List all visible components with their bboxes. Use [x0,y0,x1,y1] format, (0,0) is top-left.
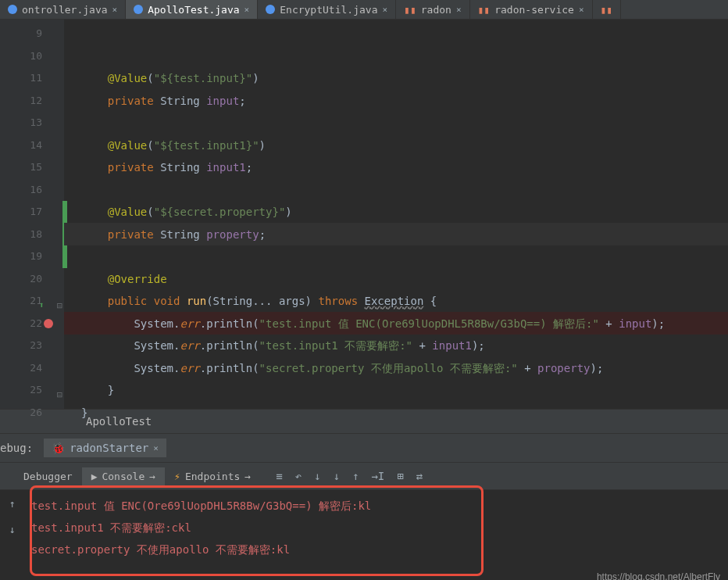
java-icon [8,5,17,14]
java-icon [134,5,143,14]
step-back-icon[interactable]: ↶ [295,470,302,482]
folder-icon: ▮▮ [478,4,491,16]
folder-icon: ▮▮ [601,4,613,16]
line-number[interactable]: 12 [0,90,64,113]
pin-icon[interactable]: → [149,471,155,482]
console-icon: ▶ [91,471,98,482]
line-number[interactable]: 26 [0,402,64,424]
close-icon[interactable]: × [153,443,159,453]
tab-radon-service[interactable]: ▮▮radon-service× [470,0,593,19]
console-output[interactable]: ↑ ↓ test.input 值 ENC(Ore69lUopDHL5R8Bw/G… [0,490,728,580]
debug-toolbar: ebug: 🐞 radonStarter × [0,433,728,463]
line-number[interactable]: 25⊟ [0,379,64,402]
close-icon[interactable]: × [456,5,462,15]
debug-label: ebug: [0,442,33,454]
line-number[interactable]: 16 [0,179,64,202]
close-icon[interactable]: × [244,5,250,15]
gutter[interactable]: 9 10 11 12 13 14 15 16 17 18 19 20 21⬆⊟ … [0,20,64,409]
line-number[interactable]: 19 [0,245,64,268]
console-left-toolbar: ↑ ↓ [9,498,16,535]
tab-console[interactable]: ▶Console→ [82,467,165,485]
tab-debugger[interactable]: Debugger [14,467,82,485]
run-to-cursor-icon[interactable]: →I [371,470,384,482]
console-line: secret.property 不使用apollo 不需要解密:kl [31,539,728,560]
editor-tabs-bar: ontroller.java× ApolloTest.java× Encrypt… [0,0,728,20]
java-icon [266,5,275,14]
tab-more[interactable]: ▮▮ [593,0,622,19]
tool-window-tabs: Debugger ▶Console→ ⚡Endpoints→ ≡ ↶ ↓ ↓ ↑… [0,463,728,490]
tab-controller[interactable]: ontroller.java× [0,0,126,19]
line-number[interactable]: 21⬆⊟ [0,290,64,313]
tab-apollotest[interactable]: ApolloTest.java× [126,0,258,19]
tab-endpoints[interactable]: ⚡Endpoints→ [165,467,260,485]
endpoints-icon: ⚡ [174,471,180,482]
down-icon[interactable]: ↓ [9,524,16,535]
console-line: test.input1 不需要解密:ckl [31,517,728,539]
line-number[interactable]: 20 [0,268,64,291]
watermark: https://blog.csdn.net/AlbertFly [597,571,720,580]
step-over-icon[interactable]: ↓ [314,470,320,482]
line-number[interactable]: 11 [0,67,64,90]
close-icon[interactable]: × [112,5,118,15]
line-number[interactable]: 23 [0,335,64,357]
line-number[interactable]: 13 [0,112,64,134]
line-number[interactable]: 24 [0,357,64,380]
settings-icon[interactable]: ≡ [276,470,282,482]
line-number[interactable]: 10 [0,45,64,68]
line-number[interactable]: 15 [0,156,64,179]
pin-icon[interactable]: → [244,471,251,482]
line-number[interactable]: 22 [0,313,64,335]
console-line: test.input 值 ENC(Ore69lUopDHL5R8Bw/G3bQ=… [31,495,728,517]
line-number[interactable]: 18 [0,224,64,246]
more-icon[interactable]: ⇄ [416,470,423,482]
code-area[interactable]: @Value("${test.input}") private String i… [64,20,728,409]
step-into-icon[interactable]: ↓ [334,470,340,482]
close-icon[interactable]: × [382,5,387,15]
debug-actions: ≡ ↶ ↓ ↓ ↑ →I ⊞ ⇄ [276,470,423,482]
evaluate-icon[interactable]: ⊞ [397,470,403,482]
line-number[interactable]: 14 [0,134,64,157]
line-number[interactable]: 9 [0,23,64,45]
breakpoint-icon[interactable] [44,319,53,328]
debug-configuration[interactable]: 🐞 radonStarter × [44,439,166,457]
line-number[interactable]: 17 [0,201,64,224]
up-icon[interactable]: ↑ [9,498,16,510]
folder-icon: ▮▮ [404,4,416,16]
tab-radon[interactable]: ▮▮radon× [396,0,469,19]
tab-encryptutil[interactable]: EncryptUtil.java× [258,0,396,19]
bug-icon: 🐞 [52,442,65,454]
step-out-icon[interactable]: ↑ [352,470,359,482]
close-icon[interactable]: × [579,5,584,15]
editor-area: 9 10 11 12 13 14 15 16 17 18 19 20 21⬆⊟ … [0,20,728,409]
